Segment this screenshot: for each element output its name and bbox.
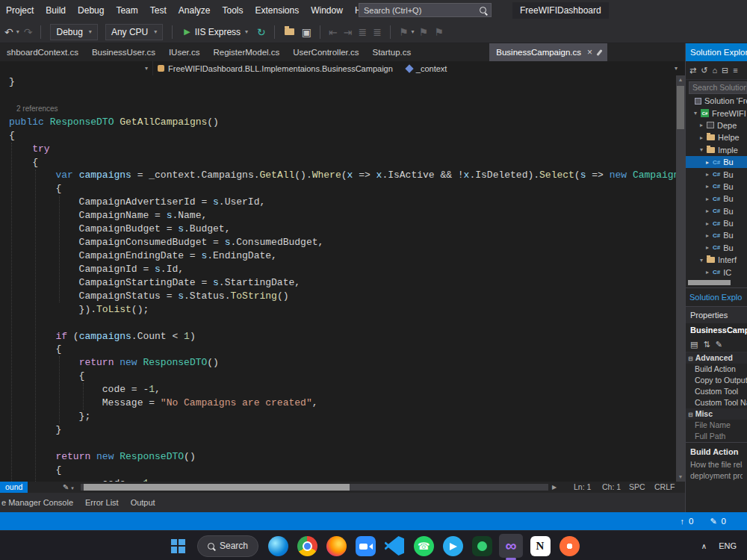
member-dropdown[interactable]: _context ▾ <box>402 61 685 75</box>
property-category[interactable]: ⊟Misc <box>686 408 747 420</box>
indent-icon[interactable]: ⇥ <box>342 26 354 38</box>
menu-item-test[interactable]: Test <box>144 0 173 21</box>
taskbar-orange-app-icon[interactable] <box>557 534 581 558</box>
scroll-down-icon[interactable]: ▼ <box>676 473 685 482</box>
pencil-icon[interactable]: ✎ <box>710 517 716 526</box>
tree-expander-icon[interactable]: ▸ <box>706 232 713 239</box>
tree-expander-icon[interactable]: ▸ <box>700 134 707 141</box>
start-debugging-button[interactable]: ▶ IIS Express ▾ <box>179 27 252 37</box>
push-arrow-icon[interactable]: ↑ <box>680 517 684 526</box>
se-toolbar-icon[interactable]: ≡ <box>733 66 737 75</box>
tab-UserController.cs[interactable]: UserController.cs <box>286 43 365 61</box>
tree-expander-icon[interactable]: ▸ <box>700 122 707 128</box>
property-row[interactable]: Copy to Output <box>686 375 747 386</box>
property-row[interactable]: Custom Tool <box>686 386 747 397</box>
properties-toolbar-icon[interactable]: ▤ <box>690 340 698 349</box>
scroll-up-icon[interactable]: ▲ <box>676 75 685 84</box>
se-toolbar-icon[interactable]: ⇄ <box>689 66 696 75</box>
property-row[interactable]: Full Path <box>686 431 747 442</box>
taskbar-zoom-icon[interactable] <box>353 534 377 558</box>
tree-item[interactable]: ▾Interf <box>686 254 747 266</box>
editor-vertical-scrollbar[interactable]: ▲ ▼ <box>676 75 685 482</box>
uncomment-icon[interactable]: ≣ <box>371 26 383 38</box>
properties-toolbar-icon[interactable]: ✎ <box>716 340 722 349</box>
panel-tab-output[interactable]: Output <box>131 498 155 507</box>
panel-tab-error-list[interactable]: Error List <box>85 498 119 507</box>
folder-icon[interactable] <box>285 28 294 35</box>
menu-item-tools[interactable]: Tools <box>216 0 249 21</box>
scroll-right-icon[interactable]: ▶ <box>552 482 557 493</box>
tab-solution-explorer[interactable]: Solution Explo <box>686 287 747 306</box>
solution-search[interactable]: Search Solution Ex <box>686 80 747 95</box>
solution-configurations-dropdown[interactable]: Debug ▾ <box>50 24 97 40</box>
tree-item[interactable]: ▸Bu <box>686 242 747 254</box>
tree-expander-icon[interactable]: ▸ <box>706 269 713 276</box>
tab-shboardContext.cs[interactable]: shboardContext.cs <box>0 43 85 61</box>
taskbar-edge-icon[interactable] <box>266 534 290 558</box>
tree-expander-icon[interactable]: ▸ <box>706 171 713 178</box>
bookmark-icon[interactable]: ⚑ <box>397 26 410 38</box>
property-row[interactable]: File Name <box>686 420 747 431</box>
taskbar-visual-studio-icon[interactable] <box>499 534 523 558</box>
close-icon[interactable]: × <box>587 47 592 57</box>
tree-expander-icon[interactable]: ▸ <box>706 183 713 190</box>
tree-expander-icon[interactable]: ▾ <box>700 257 707 264</box>
tab-IUser.cs[interactable]: IUser.cs <box>162 43 207 61</box>
menu-item-build[interactable]: Build <box>40 0 72 21</box>
se-toolbar-icon[interactable]: ⌂ <box>712 66 717 75</box>
next-bookmark-icon[interactable]: ⚑ <box>433 26 445 38</box>
tab-BusinessCampaign.cs[interactable]: BusinessCampaign.cs× <box>489 43 607 61</box>
tree-item[interactable]: ▸Depe <box>686 119 747 131</box>
solution-platforms-dropdown[interactable]: Any CPU ▾ <box>105 24 163 40</box>
scrollbar-thumb[interactable] <box>84 484 350 491</box>
tree-item[interactable]: ▾Imple <box>686 144 747 156</box>
menu-item-debug[interactable]: Debug <box>72 0 110 21</box>
tree-item[interactable]: ▸Bu <box>686 217 747 229</box>
project-dropdown[interactable]: ▾ <box>0 61 153 75</box>
properties-object-dropdown[interactable]: BusinessCampaig <box>686 323 747 337</box>
scrollbar-thumb[interactable] <box>677 86 684 129</box>
scrollbar-thumb[interactable] <box>688 280 731 285</box>
tree-item[interactable]: ▸Bu <box>686 168 747 180</box>
tree-item[interactable]: ▸Bu <box>686 181 747 193</box>
properties-header[interactable]: Properties <box>686 306 747 323</box>
tree-item[interactable]: Solution 'Fre <box>686 95 747 107</box>
tab-BusinessUser.cs[interactable]: BusinessUser.cs <box>85 43 162 61</box>
unindent-icon[interactable]: ⇤ <box>327 26 339 38</box>
properties-toolbar-icon[interactable]: ⇅ <box>703 340 710 349</box>
tree-item[interactable]: ▸Bu <box>686 229 747 241</box>
bookmark-dropdown-icon[interactable]: ▾ <box>412 28 415 35</box>
prev-bookmark-icon[interactable]: ⚑ <box>418 26 430 38</box>
quick-search-box[interactable]: Search (Ctrl+Q) <box>359 3 492 17</box>
solution-explorer-header[interactable]: Solution Explorer <box>686 43 747 61</box>
menu-item-extensions[interactable]: Extensions <box>249 0 306 21</box>
code-editor[interactable]: }2 referencespublic ResponseDTO GetAllCa… <box>0 75 676 482</box>
menu-item-project[interactable]: Project <box>0 0 40 21</box>
language-indicator[interactable]: ENG <box>719 541 737 550</box>
tree-expander-icon[interactable]: ▸ <box>706 159 713 166</box>
tree-item[interactable]: ▾FreeWIFI <box>686 107 747 119</box>
menu-item-team[interactable]: Team <box>110 0 143 21</box>
property-category[interactable]: ⊟Advanced <box>686 352 747 364</box>
refresh-icon[interactable]: ↻ <box>255 26 267 38</box>
tree-item[interactable]: ▸Bu <box>686 205 747 217</box>
tree-expander-icon[interactable]: ▸ <box>706 208 713 214</box>
taskbar-whatsapp-icon[interactable] <box>412 534 436 558</box>
tree-item[interactable]: ▸IC <box>686 266 747 278</box>
taskbar-firefox-icon[interactable] <box>324 534 348 558</box>
property-row[interactable]: Custom Tool Na <box>686 397 747 408</box>
pen-selector[interactable]: ✎ ▾ <box>63 482 74 494</box>
collapse-icon[interactable]: ⊟ <box>686 355 695 362</box>
taskbar-green-app-icon[interactable] <box>470 534 494 558</box>
tree-item[interactable]: ▸Bu <box>686 193 747 205</box>
taskbar-search[interactable]: Search <box>197 535 258 557</box>
se-toolbar-icon[interactable]: ⊟ <box>722 66 728 75</box>
se-toolbar-icon[interactable]: ↺ <box>701 66 707 75</box>
tree-horizontal-scrollbar[interactable] <box>686 279 747 287</box>
tree-expander-icon[interactable]: ▸ <box>706 220 713 227</box>
redo-icon[interactable]: ↷ <box>22 26 34 38</box>
taskbar-vscode-icon[interactable] <box>382 534 406 558</box>
type-dropdown[interactable]: FreeWIFIDashboard.BLL.Implementaions.Bus… <box>153 61 397 75</box>
menu-item-analyze[interactable]: Analyze <box>173 0 217 21</box>
tree-expander-icon[interactable]: ▸ <box>706 196 713 202</box>
